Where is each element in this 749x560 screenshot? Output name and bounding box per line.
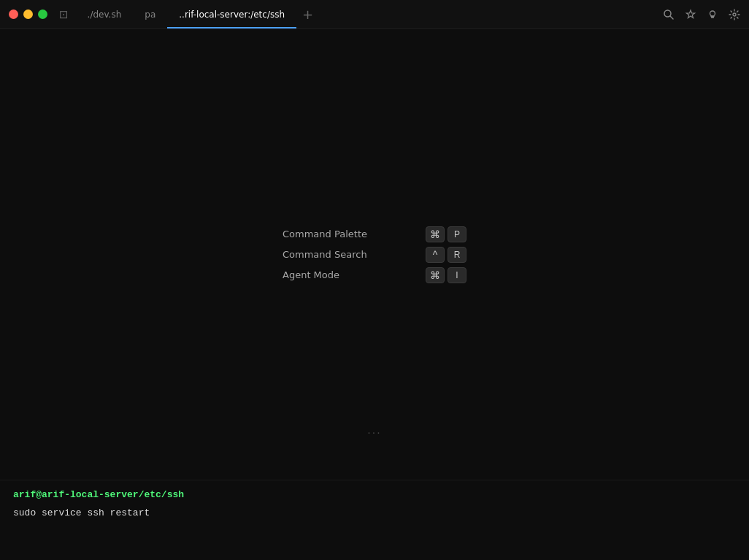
tab-pa[interactable]: pa [133,0,167,28]
settings-icon[interactable] [729,9,740,20]
key-i: I [448,267,466,283]
agent-mode-label: Agent Mode [283,269,339,280]
command-item-palette[interactable]: Command Palette ⌘ P [283,226,466,242]
tab-expand-icon[interactable]: ⊡ [59,8,69,21]
command-palette-keys: ⌘ P [426,226,466,242]
command-search-keys: ^ R [426,247,466,263]
titlebar-actions [663,9,740,20]
key-ctrl: ^ [426,247,445,263]
tab-bar: ./dev.sh pa ..rif-local-server:/etc/ssh … [76,0,663,28]
add-tab-button[interactable]: + [296,7,319,22]
key-p: P [448,226,466,242]
command-item-agent[interactable]: Agent Mode ⌘ I [283,267,466,283]
svg-line-1 [670,16,673,19]
command-item-search[interactable]: Command Search ^ R [283,247,466,263]
prompt-user: arif@arif-local-server [13,488,139,503]
agent-mode-keys: ⌘ I [426,267,466,283]
command-text: sudo service ssh restart [13,507,150,518]
key-r: R [448,247,466,263]
titlebar: ⊡ ./dev.sh pa ..rif-local-server:/etc/ss… [0,0,749,29]
command-search-label: Command Search [283,249,367,260]
main-content: Command Palette ⌘ P Command Search ^ R A… [0,29,749,480]
svg-point-3 [733,13,736,16]
key-cmd-2: ⌘ [426,267,445,283]
command-popup: Command Palette ⌘ P Command Search ^ R A… [283,226,466,283]
key-cmd-1: ⌘ [426,226,445,242]
traffic-lights [9,9,47,19]
traffic-light-red[interactable] [9,9,18,19]
star-icon[interactable] [685,9,696,20]
terminal-prompt: arif@arif-local-server /etc/ssh [13,488,736,503]
bulb-icon[interactable] [707,9,718,20]
search-icon[interactable] [663,9,675,20]
command-palette-label: Command Palette [283,229,367,239]
terminal-command: sudo service ssh restart [13,506,736,521]
traffic-light-yellow[interactable] [23,9,33,19]
terminal-area[interactable]: arif@arif-local-server /etc/ssh sudo ser… [0,480,749,560]
traffic-light-green[interactable] [38,9,47,19]
tab-dev-sh[interactable]: ./dev.sh [76,0,134,28]
tab-rif-local-server[interactable]: ..rif-local-server:/etc/ssh [167,0,296,28]
svg-point-2 [710,11,715,16]
prompt-path: /etc/ssh [139,488,184,503]
three-dots: ... [367,424,381,436]
